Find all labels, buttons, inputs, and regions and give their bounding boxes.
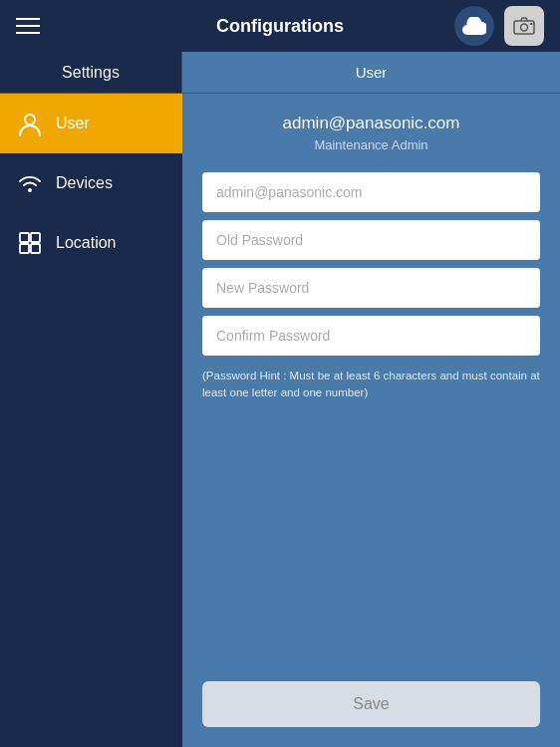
main-layout: User Devices L (0, 94, 560, 747)
sidebar: User Devices L (0, 94, 182, 747)
svg-rect-2 (530, 23, 533, 25)
user-email: admin@panasonic.com (202, 114, 540, 133)
email-input[interactable] (202, 172, 540, 212)
svg-point-4 (28, 188, 32, 192)
confirm-password-input[interactable] (202, 316, 540, 356)
user-icon (16, 110, 44, 137)
camera-icon[interactable] (504, 6, 544, 46)
save-button[interactable]: Save (202, 681, 540, 727)
user-content-panel: admin@panasonic.com Maintenance Admin (P… (182, 94, 560, 747)
settings-tab[interactable]: Settings (0, 52, 182, 93)
user-tab[interactable]: User (182, 52, 560, 93)
new-password-input[interactable] (202, 268, 540, 308)
hamburger-icon[interactable] (16, 18, 40, 34)
svg-rect-5 (20, 233, 29, 242)
svg-point-3 (25, 115, 35, 124)
cloud-icon[interactable] (454, 6, 494, 46)
svg-rect-6 (31, 233, 40, 242)
devices-icon (16, 169, 44, 197)
svg-rect-0 (514, 21, 534, 34)
header: Configurations (0, 0, 560, 52)
password-hint: (Password Hint : Must be at least 6 char… (202, 368, 540, 402)
header-right (454, 6, 544, 46)
sidebar-location-label: Location (56, 234, 117, 252)
user-role: Maintenance Admin (202, 137, 540, 152)
sidebar-item-user[interactable]: User (0, 94, 182, 153)
old-password-input[interactable] (202, 220, 540, 260)
location-icon (16, 229, 44, 257)
svg-rect-7 (20, 244, 29, 253)
tab-bar: Settings User (0, 52, 560, 94)
sidebar-item-devices[interactable]: Devices (0, 153, 182, 213)
sidebar-item-location[interactable]: Location (0, 213, 182, 273)
sidebar-user-label: User (56, 115, 90, 132)
svg-rect-8 (31, 244, 40, 253)
sidebar-devices-label: Devices (56, 174, 113, 192)
svg-point-1 (521, 24, 528, 31)
page-title: Configurations (216, 16, 344, 37)
